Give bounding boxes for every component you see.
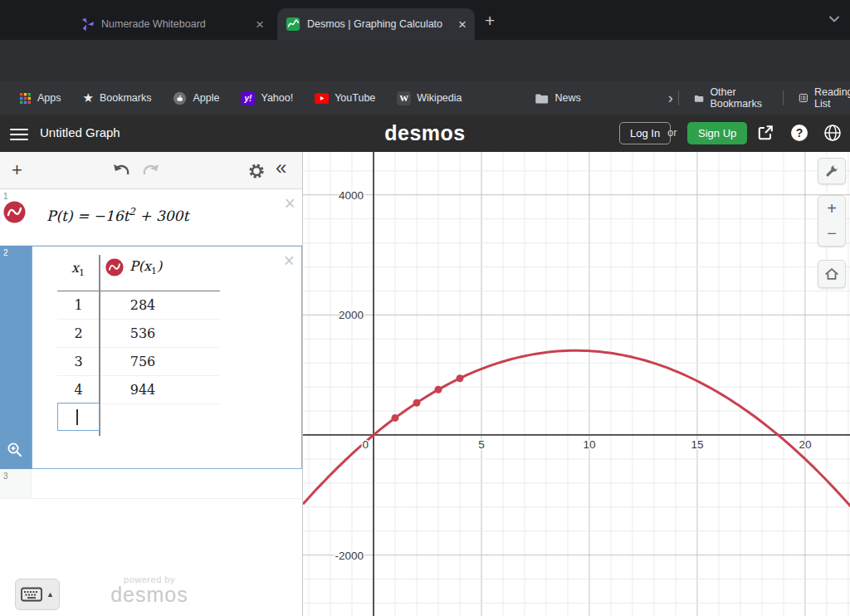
svg-text:4000: 4000 bbox=[339, 189, 364, 202]
expression-row-2-table[interactable]: 2 x1 P(x1) bbox=[0, 246, 302, 469]
expand-arrow-icon: ▲ bbox=[46, 590, 54, 599]
svg-text:20: 20 bbox=[799, 438, 811, 451]
desmos-favicon bbox=[286, 17, 300, 32]
bookmark-label: News bbox=[554, 92, 580, 104]
globe-icon[interactable] bbox=[823, 123, 843, 143]
expression-toolbar: + « bbox=[0, 152, 302, 189]
help-icon[interactable]: ? bbox=[789, 123, 809, 143]
table-panel: x1 P(x1) 1284253637564944 × bbox=[32, 246, 302, 469]
bookmark-apple[interactable]: Apple bbox=[162, 87, 230, 109]
header-share-icon[interactable] bbox=[755, 123, 775, 143]
table-row: 1284 bbox=[57, 291, 220, 320]
close-icon[interactable]: × bbox=[285, 194, 296, 213]
other-bookmarks-label: Other Bookmarks bbox=[710, 86, 766, 110]
yahoo-icon: y! bbox=[241, 91, 255, 105]
bookmark-youtube[interactable]: YouTube bbox=[304, 87, 386, 109]
expression-panel: + « 1 P(t) = −16 bbox=[0, 152, 303, 616]
table-body: 1284253637564944 bbox=[57, 291, 220, 404]
row-number: 2 bbox=[3, 248, 8, 257]
or-label: or bbox=[667, 126, 677, 139]
bookmark-news-folder[interactable]: News bbox=[524, 87, 591, 109]
table-cell-y[interactable]: 536 bbox=[100, 325, 186, 341]
table-row: 3756 bbox=[57, 348, 220, 376]
curve-style-icon[interactable] bbox=[3, 201, 26, 223]
wikipedia-icon: W bbox=[397, 91, 411, 105]
text-caret bbox=[76, 409, 78, 425]
reading-list-icon bbox=[799, 91, 808, 105]
tab-desmos[interactable]: Desmos | Graphing Calculato × bbox=[277, 8, 475, 40]
bookmarks-bar: Apps ★ Bookmarks Apple y! Yahoo! YouTube bbox=[0, 81, 850, 115]
row-gutter-selected: 2 bbox=[0, 246, 32, 469]
svg-text:2000: 2000 bbox=[339, 309, 364, 321]
keyboard-toggle-button[interactable]: ▲ bbox=[15, 579, 60, 610]
apple-icon bbox=[173, 91, 187, 105]
bookmark-label: Apple bbox=[193, 92, 219, 104]
graph-settings-wrench-button[interactable] bbox=[818, 158, 846, 184]
apps-grid-icon bbox=[19, 92, 32, 105]
tab-search-chevron-icon[interactable] bbox=[829, 16, 839, 22]
tab-close-icon[interactable]: × bbox=[458, 17, 467, 32]
zoom-controls: + − bbox=[818, 195, 846, 247]
numerade-favicon bbox=[80, 17, 95, 32]
new-tab-button[interactable]: + bbox=[485, 11, 495, 31]
table-cell-y[interactable]: 756 bbox=[100, 354, 186, 369]
column-style-icon[interactable] bbox=[105, 258, 124, 276]
zoom-out-button[interactable]: − bbox=[818, 221, 845, 246]
table-header-x[interactable]: x1 bbox=[57, 260, 99, 278]
folder-icon bbox=[535, 92, 549, 105]
svg-text:?: ? bbox=[796, 126, 804, 139]
zoom-fit-icon[interactable] bbox=[6, 441, 24, 459]
table-cell-y[interactable]: 284 bbox=[100, 297, 186, 313]
table-row: 4944 bbox=[57, 376, 220, 404]
table-header-y[interactable]: P(x1) bbox=[105, 258, 162, 276]
wrench-icon bbox=[824, 164, 839, 178]
table-cell-x[interactable]: 3 bbox=[57, 354, 100, 369]
desmos-header: Untitled Graph desmos Log In or Sign Up … bbox=[0, 115, 850, 152]
bookmark-label: Yahoo! bbox=[261, 92, 293, 104]
reading-list-button[interactable]: Reading List bbox=[788, 87, 850, 109]
redo-button[interactable] bbox=[141, 162, 161, 178]
tab-close-icon[interactable]: × bbox=[256, 17, 264, 32]
tab-title: Desmos | Graphing Calculato bbox=[307, 18, 452, 30]
home-view-button[interactable] bbox=[818, 260, 846, 288]
svg-text:15: 15 bbox=[691, 438, 703, 451]
youtube-icon bbox=[315, 93, 329, 104]
svg-text:-2000: -2000 bbox=[335, 550, 364, 562]
tab-title: Numerade Whiteboard bbox=[101, 18, 249, 30]
table-cell-x[interactable]: 4 bbox=[57, 382, 100, 398]
zoom-in-button[interactable]: + bbox=[818, 196, 845, 221]
desmos-watermark: powered by desmos bbox=[95, 574, 203, 607]
table-header: x1 P(x1) bbox=[32, 247, 301, 291]
other-bookmarks-button[interactable]: Other Bookmarks bbox=[683, 87, 777, 109]
row-gutter: 3 bbox=[0, 469, 32, 498]
table-cell-y[interactable]: 944 bbox=[100, 382, 186, 398]
close-icon[interactable]: × bbox=[284, 252, 295, 271]
home-icon bbox=[824, 266, 839, 281]
folder-icon bbox=[694, 92, 704, 105]
bookmark-apps[interactable]: Apps bbox=[8, 87, 72, 109]
signup-button[interactable]: Sign Up bbox=[687, 122, 747, 144]
bookmark-bookmarks[interactable]: ★ Bookmarks bbox=[72, 87, 163, 109]
table-cell-x[interactable]: 1 bbox=[57, 297, 100, 313]
bookmark-wikipedia[interactable]: W Wikipedia bbox=[386, 87, 472, 109]
reading-list-label: Reading List bbox=[814, 86, 850, 110]
table-cell-x[interactable]: 2 bbox=[57, 325, 100, 341]
graph-plot[interactable]: 05101520-200020004000 bbox=[303, 152, 850, 616]
tab-strip: Numerade Whiteboard × Desmos | Graphing … bbox=[0, 0, 850, 40]
table-cell-focused[interactable] bbox=[57, 403, 100, 431]
keyboard-icon bbox=[21, 587, 42, 602]
settings-gear-icon[interactable] bbox=[247, 162, 266, 180]
bookmark-yahoo[interactable]: y! Yahoo! bbox=[230, 87, 304, 109]
divider bbox=[678, 90, 679, 105]
expression-row-3[interactable]: 3 bbox=[0, 469, 302, 499]
undo-button[interactable] bbox=[111, 162, 131, 178]
login-button[interactable]: Log In bbox=[619, 122, 671, 144]
graph-canvas[interactable]: 05101520-200020004000 + − bbox=[303, 152, 850, 616]
expression-row-1[interactable]: 1 P(t) = −16t2 + 300t × bbox=[0, 189, 302, 246]
expression-text[interactable]: P(t) = −16t2 + 300t bbox=[46, 206, 188, 224]
row-number: 1 bbox=[3, 192, 8, 201]
tab-numerade[interactable]: Numerade Whiteboard × bbox=[71, 8, 272, 40]
table-row: 2536 bbox=[57, 320, 220, 348]
collapse-panel-button[interactable]: « bbox=[276, 156, 286, 179]
add-expression-button[interactable]: + bbox=[12, 159, 22, 182]
